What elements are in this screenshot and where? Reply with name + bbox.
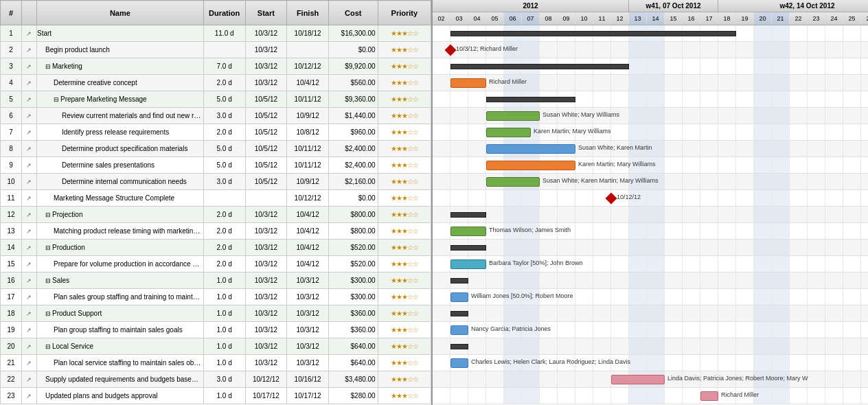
task-id: 22 bbox=[1, 371, 22, 388]
gantt-grid-cell bbox=[808, 273, 825, 288]
gantt-bar bbox=[450, 245, 486, 251]
task-finish: 10/9/12 bbox=[287, 108, 329, 124]
gantt-grid-cell bbox=[575, 273, 593, 288]
task-id: 12 bbox=[1, 207, 22, 223]
gantt-row: Richard Miller bbox=[433, 388, 868, 404]
gantt-grid-cell bbox=[772, 25, 790, 41]
col-header-duration: Duration bbox=[203, 1, 245, 25]
task-duration: 7.0 d bbox=[203, 58, 245, 75]
task-id: 19 bbox=[1, 322, 22, 338]
gantt-grid-cell bbox=[754, 174, 772, 189]
gantt-grid-cell bbox=[575, 75, 593, 91]
gantt-grid-cell bbox=[700, 223, 718, 239]
gantt-row: Karen Martin; Mary Williams bbox=[433, 157, 868, 174]
gantt-grid-cell bbox=[790, 289, 808, 305]
gantt-grid-cell bbox=[468, 124, 486, 140]
gantt-grid-cell bbox=[700, 157, 718, 173]
gantt-bar bbox=[450, 78, 486, 88]
gantt-grid-cell bbox=[843, 240, 861, 255]
gantt-grid-cell bbox=[647, 58, 665, 74]
gantt-grid-cell bbox=[736, 240, 754, 255]
gantt-grid-cell bbox=[736, 141, 754, 157]
gantt-grid-cell bbox=[736, 25, 754, 41]
gantt-grid-cell bbox=[772, 58, 790, 74]
task-cost: $640.00 bbox=[328, 338, 378, 355]
table-row: 9 ↗ Determine sales presentations 5.0 d … bbox=[1, 157, 431, 174]
gantt-grid-cell bbox=[843, 157, 861, 173]
task-start: 10/3/12 bbox=[245, 355, 287, 371]
gantt-grid-cell bbox=[433, 58, 450, 74]
gantt-grid-cell bbox=[825, 322, 843, 338]
gantt-grid-cell bbox=[861, 338, 868, 354]
gantt-grid-cell bbox=[522, 371, 540, 387]
gantt-grid-cell bbox=[593, 75, 611, 91]
task-id: 8 bbox=[1, 141, 22, 157]
col-header-id: # bbox=[1, 1, 22, 25]
gantt-grid-cell bbox=[718, 322, 736, 338]
gantt-grid-cell bbox=[808, 157, 825, 173]
task-start: 10/3/12 bbox=[245, 240, 287, 256]
gantt-grid-cell bbox=[540, 273, 558, 288]
gantt-grid-cell bbox=[611, 338, 629, 354]
task-id: 20 bbox=[1, 338, 22, 355]
gantt-grid-cell bbox=[772, 223, 790, 239]
col-header-priority: Priority bbox=[378, 1, 431, 25]
gantt-grid-cell bbox=[825, 25, 843, 41]
task-name: Plan sales group staffing and training t… bbox=[36, 289, 203, 305]
col-header-name: Name bbox=[36, 1, 203, 25]
gantt-grid-cell bbox=[772, 240, 790, 255]
gantt-grid-cell bbox=[683, 91, 700, 107]
gantt-grid-cell bbox=[558, 207, 575, 222]
task-indicator: ↗ bbox=[21, 305, 36, 322]
gantt-grid-cell bbox=[736, 338, 754, 354]
task-duration: 3.0 d bbox=[203, 174, 245, 190]
task-finish: 10/11/12 bbox=[287, 91, 329, 108]
gantt-grid-cell bbox=[843, 174, 861, 189]
task-duration: 3.0 d bbox=[203, 108, 245, 124]
gantt-grid-cell bbox=[629, 58, 647, 74]
gantt-grid-cell bbox=[647, 190, 665, 206]
gantt-grid-cell bbox=[450, 141, 468, 157]
task-name: ⊟Local Service bbox=[36, 338, 203, 355]
task-finish: 10/3/12 bbox=[287, 305, 329, 322]
gantt-bar bbox=[486, 128, 531, 137]
gantt-row: Susan White; Karen Martin; Mary Williams bbox=[433, 174, 868, 190]
task-finish: 10/3/12 bbox=[287, 322, 329, 338]
task-indicator: ↗ bbox=[21, 25, 36, 42]
gantt-grid-cell bbox=[450, 371, 468, 387]
task-cost: $800.00 bbox=[328, 207, 378, 223]
gantt-grid-cell bbox=[700, 91, 718, 107]
task-id: 21 bbox=[1, 355, 22, 371]
gantt-day-25: 25 bbox=[843, 12, 861, 25]
gantt-grid-cell bbox=[629, 223, 647, 239]
task-priority: ★★★☆☆ bbox=[378, 190, 431, 207]
task-id: 7 bbox=[1, 124, 22, 141]
task-name: Review current materials and find out ne… bbox=[36, 108, 203, 124]
gantt-grid-cell bbox=[468, 388, 486, 404]
gantt-grid-cell bbox=[575, 322, 593, 338]
gantt-grid-cell bbox=[861, 305, 868, 321]
gantt-grid-cell bbox=[754, 240, 772, 255]
table-row: 22 ↗ Supply updated requirements and bud… bbox=[1, 371, 431, 388]
gantt-grid-cell bbox=[558, 42, 575, 58]
gantt-grid-cell bbox=[433, 75, 450, 91]
gantt-grid-cell bbox=[665, 305, 683, 321]
gantt-grid-cell bbox=[843, 289, 861, 305]
gantt-grid-cell bbox=[861, 207, 868, 222]
gantt-grid-cell bbox=[861, 25, 868, 41]
task-id: 14 bbox=[1, 240, 22, 256]
gantt-row: Thomas Wilson; James Smith bbox=[433, 223, 868, 240]
task-id: 9 bbox=[1, 157, 22, 174]
gantt-grid-cell bbox=[522, 305, 540, 321]
gantt-grid-cell bbox=[468, 108, 486, 124]
gantt-grid-cell bbox=[718, 273, 736, 288]
gantt-row: Susan White; Mary Williams bbox=[433, 108, 868, 124]
task-duration bbox=[203, 190, 245, 207]
gantt-day-17: 17 bbox=[700, 12, 718, 25]
gantt-day-14: 14 bbox=[647, 12, 665, 25]
task-name: Matching product release timing with mar… bbox=[36, 223, 203, 240]
gantt-grid-cell bbox=[843, 273, 861, 288]
task-indicator: ↗ bbox=[21, 322, 36, 338]
task-start: 10/5/12 bbox=[245, 91, 287, 108]
table-row: 13 ↗ Matching product release timing wit… bbox=[1, 223, 431, 240]
